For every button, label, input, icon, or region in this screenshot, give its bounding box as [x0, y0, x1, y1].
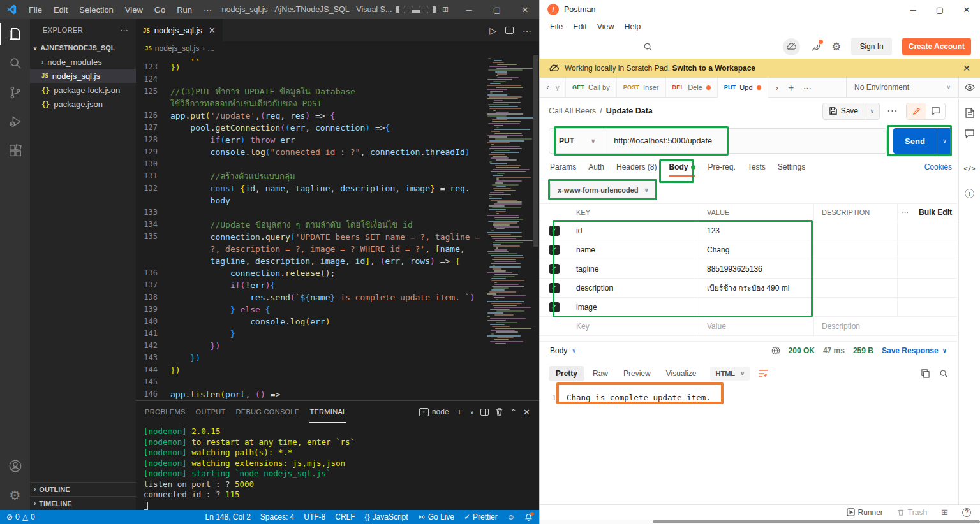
runner-button[interactable]: Runner — [847, 508, 883, 517]
offline-cloud-icon[interactable] — [783, 38, 800, 55]
description-cell[interactable] — [814, 221, 897, 240]
settings-gear-icon[interactable]: ⚙ — [831, 40, 841, 54]
panel-tab-output[interactable]: OUTPUT — [196, 401, 226, 423]
eol-setting[interactable]: CRLF — [335, 513, 355, 521]
config-tab-auth[interactable]: Auth — [588, 163, 604, 171]
close-panel-icon[interactable]: ✕ — [523, 407, 530, 417]
kill-terminal-icon[interactable] — [495, 407, 503, 416]
description-cell[interactable] — [814, 279, 897, 297]
key-cell[interactable]: tagline — [568, 259, 699, 278]
description-cell[interactable] — [814, 240, 897, 259]
extensions-icon[interactable] — [0, 136, 30, 166]
search-icon[interactable] — [0, 48, 30, 78]
menu-item-edit[interactable]: Edit — [568, 22, 592, 31]
environment-selector[interactable]: No Environment ∨ — [846, 78, 958, 97]
switch-workspace-link[interactable]: Switch to a Workspace — [672, 64, 755, 73]
scroll-tabs-right-icon[interactable]: › — [776, 83, 778, 92]
checkbox-checked[interactable]: ✓ — [549, 302, 560, 312]
request-name[interactable]: Update Data — [606, 106, 653, 115]
bulk-edit-button[interactable]: Bulk Edit — [919, 208, 952, 217]
view-tab-preview[interactable]: Preview — [616, 366, 658, 381]
send-options-icon[interactable]: ∨ — [937, 128, 952, 154]
config-tab-headers8[interactable]: Headers (8) — [616, 163, 657, 171]
breadcrumb[interactable]: JS nodejs_sql.js › ... — [136, 41, 539, 55]
key-cell[interactable]: name — [568, 240, 699, 259]
search-icon[interactable] — [643, 42, 653, 52]
menu-item-[interactable]: ··· — [198, 5, 218, 15]
config-tab-prereq[interactable]: Pre-req. — [708, 163, 735, 171]
comments-icon[interactable] — [926, 103, 945, 119]
view-tab-raw[interactable]: Raw — [586, 366, 615, 381]
create-account-button[interactable]: Create Account — [902, 38, 971, 55]
toggle-sidebar-icon[interactable] — [396, 6, 405, 13]
description-cell[interactable] — [814, 298, 897, 316]
request-tab-dele[interactable]: DELDele — [666, 78, 718, 97]
timeline-section[interactable]: › TIMELINE — [30, 496, 136, 510]
explorer-actions-icon[interactable]: ··· — [121, 26, 128, 34]
two-pane-icon[interactable]: ⊞ — [941, 507, 948, 517]
network-globe-icon[interactable] — [771, 346, 780, 355]
feedback-icon[interactable]: ☺ — [507, 513, 515, 521]
key-cell[interactable]: image — [568, 298, 699, 316]
code-editor[interactable]: })123})124125//(3)PUT ทำการ UPDATE ข้อมู… — [136, 55, 539, 400]
toggle-secondary-sidebar-icon[interactable] — [427, 6, 436, 13]
postman-minimize-button[interactable]: ─ — [900, 0, 926, 19]
response-status[interactable]: 200 OK — [789, 346, 815, 355]
comments-icon[interactable] — [965, 129, 974, 138]
new-terminal-icon[interactable]: ＋ — [456, 406, 464, 418]
minimap[interactable] — [484, 55, 533, 400]
copy-response-icon[interactable] — [921, 369, 930, 378]
edit-pencil-icon[interactable] — [907, 103, 926, 119]
request-tab-upd[interactable]: PUTUpd — [718, 78, 768, 98]
value-cell[interactable]: Chang — [699, 240, 814, 259]
save-response-button[interactable]: Save Response ∨ — [882, 346, 947, 355]
close-banner-icon[interactable]: ✕ — [963, 63, 970, 73]
problems-indicator[interactable]: ⊘0 △0 — [6, 513, 35, 521]
code-snippet-icon[interactable]: </> — [963, 165, 975, 172]
checkbox-checked[interactable]: ✓ — [549, 226, 560, 236]
config-tab-params[interactable]: Params — [550, 163, 576, 171]
menu-item-go[interactable]: Go — [149, 5, 171, 15]
info-icon[interactable]: i — [965, 189, 974, 198]
body-type-selector[interactable]: x-www-form-urlencoded ∨ — [550, 182, 657, 198]
vscode-minimize-button[interactable]: ─ — [455, 0, 483, 19]
method-selector[interactable]: PUT ∨ — [549, 129, 605, 153]
panel-tab-terminal[interactable]: TERMINAL — [309, 401, 346, 423]
cursor-position[interactable]: Ln 148, Col 2 — [205, 513, 250, 521]
send-button[interactable]: Send ∨ — [893, 128, 952, 154]
value-cell[interactable]: 8851993625136 — [699, 259, 814, 278]
encoding-setting[interactable]: UTF-8 — [304, 513, 325, 521]
help-icon[interactable]: ? — [962, 508, 971, 517]
checkbox-checked[interactable]: ✓ — [549, 283, 560, 293]
response-body-selector[interactable]: Body ∨ — [550, 346, 576, 355]
source-control-icon[interactable] — [0, 78, 30, 107]
file-item-node_modules[interactable]: ›node_modules — [30, 55, 136, 69]
description-cell[interactable] — [814, 259, 897, 278]
toggle-panel-icon[interactable] — [412, 6, 420, 13]
run-file-icon[interactable]: ▷ — [489, 25, 496, 36]
table-placeholder-row[interactable]: Key Value Description — [540, 317, 957, 336]
postman-close-button[interactable]: ✕ — [953, 0, 980, 19]
capture-requests-icon[interactable] — [810, 41, 821, 52]
save-dropdown-icon[interactable]: ∨ — [865, 103, 879, 119]
key-cell[interactable]: id — [568, 221, 699, 240]
split-terminal-icon[interactable] — [480, 409, 489, 416]
menu-item-edit[interactable]: Edit — [48, 5, 73, 15]
run-debug-icon[interactable] — [0, 107, 30, 136]
indentation-setting[interactable]: Spaces: 4 — [260, 513, 294, 521]
vscode-maximize-button[interactable]: ▢ — [483, 0, 511, 19]
editor-tab-nodejs-sql[interactable]: JS nodejs_sql.js ✕ — [136, 19, 223, 41]
outline-section[interactable]: › OUTLINE — [30, 482, 136, 496]
notifications-bell-icon[interactable] — [524, 513, 533, 521]
terminal-shell-select[interactable]: › node — [419, 407, 449, 416]
new-tab-icon[interactable]: ＋ — [786, 82, 796, 94]
response-time[interactable]: 47 ms — [823, 346, 845, 355]
request-tab-call-by[interactable]: GETCall by — [566, 78, 617, 97]
request-tab-inser[interactable]: POSTInser — [617, 78, 666, 97]
editor-more-actions-icon[interactable]: ··· — [523, 25, 531, 36]
value-cell[interactable]: 123 — [699, 221, 814, 240]
panel-tab-debug-console[interactable]: DEBUG CONSOLE — [236, 401, 300, 423]
file-item-package-json[interactable]: {}package.json — [30, 97, 136, 111]
value-cell[interactable] — [699, 298, 814, 316]
key-cell[interactable]: description — [568, 279, 699, 297]
